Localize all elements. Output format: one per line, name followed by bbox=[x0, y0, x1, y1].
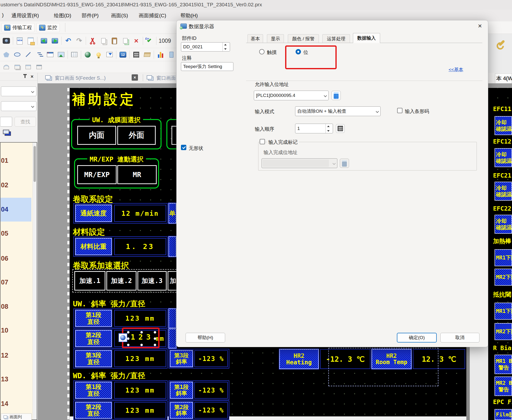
back-to-basic-link[interactable]: <<基本 bbox=[449, 67, 463, 73]
zoom-level-value[interactable]: 1009 bbox=[159, 38, 171, 44]
transfer-project-button[interactable]: ↻ 传输工程 bbox=[1, 23, 34, 32]
screen-list-item[interactable]: 10 bbox=[1, 327, 11, 334]
open-screen-icon[interactable] bbox=[26, 36, 35, 45]
base-screen-tab[interactable]: 本 4(Wind bbox=[495, 73, 512, 83]
hmi-label-hr2-heating[interactable]: HR2Heating bbox=[279, 349, 319, 369]
selection-handle[interactable] bbox=[154, 337, 156, 340]
screen-list-item[interactable]: 14 bbox=[1, 400, 11, 408]
tile-windows-icon[interactable] bbox=[24, 63, 33, 71]
comment-input[interactable]: Teeper張力 Setting bbox=[181, 62, 233, 71]
completion-keypad-button[interactable] bbox=[340, 159, 349, 168]
polyline-tool-icon[interactable] bbox=[35, 50, 43, 59]
error-check-icon[interactable]: Err bbox=[145, 36, 154, 45]
delete-icon[interactable]: × bbox=[132, 36, 141, 45]
hmi-label-stage2-dia[interactable]: 第2段直径 bbox=[75, 330, 112, 347]
hmi-button-partial[interactable] bbox=[171, 126, 176, 145]
barcode-checkbox[interactable] bbox=[397, 108, 402, 113]
hmi-value-wd-stage1-slope[interactable]: -123 % bbox=[194, 382, 228, 399]
screen-type-dropdown[interactable] bbox=[1, 86, 36, 96]
hmi-right-box[interactable]: Film脱 bbox=[495, 409, 512, 420]
hmi-value-stage1-dia[interactable]: 123 mm bbox=[114, 310, 166, 327]
hmi-label-stage3-dia[interactable]: 第3段直径 bbox=[75, 350, 112, 367]
date-display-icon[interactable] bbox=[119, 50, 127, 59]
screen-list-item[interactable]: 02 bbox=[1, 181, 11, 189]
hmi-right-box[interactable]: MR1下限 bbox=[495, 249, 512, 266]
selection-handle[interactable] bbox=[127, 331, 129, 334]
help-button[interactable]: 帮助(H) bbox=[186, 333, 225, 343]
monitor-button[interactable]: ϟ 监控 bbox=[36, 23, 60, 32]
selection-handle[interactable] bbox=[154, 331, 156, 334]
input-mode-combo[interactable]: 自动清除ON + 输入检查 bbox=[295, 106, 381, 116]
screen-list-item[interactable]: 01 bbox=[1, 157, 11, 165]
dialog-close-icon[interactable]: × bbox=[476, 22, 484, 30]
screen-filter-dropdown[interactable] bbox=[1, 101, 36, 111]
previous-screen-icon[interactable] bbox=[40, 36, 48, 45]
order-table-button[interactable] bbox=[336, 124, 345, 133]
cancel-button[interactable]: 取消 bbox=[440, 333, 479, 343]
hmi-partial-box[interactable] bbox=[169, 309, 176, 328]
screen-list-item[interactable]: 13 bbox=[1, 376, 11, 383]
hmi-label-wd-stage1-dia[interactable]: 第1段直径 bbox=[75, 382, 112, 399]
hmi-value-wd-stage1-dia[interactable]: 123 mm bbox=[114, 382, 166, 399]
hmi-value-stage3-dia[interactable]: 123 mm bbox=[114, 350, 166, 367]
screen-list-item[interactable]: 08 bbox=[1, 303, 11, 311]
list-scrollbar[interactable] bbox=[33, 143, 37, 420]
hmi-value-material-density[interactable]: 1. 23 bbox=[114, 238, 166, 255]
selection-handle[interactable] bbox=[140, 331, 143, 334]
hmi-value-paper-speed[interactable]: 12 m/min bbox=[114, 205, 166, 222]
tab-display[interactable]: 显示 bbox=[267, 34, 284, 43]
image-tool-icon[interactable] bbox=[57, 50, 65, 59]
hmi-label-material-density[interactable]: 材料比重 bbox=[75, 238, 112, 255]
hmi-right-label[interactable]: EPC Film bbox=[493, 398, 512, 405]
hmi-right-box[interactable]: MR2下限 bbox=[495, 323, 512, 340]
hmi-label-stage1-dia[interactable]: 第1段直径 bbox=[75, 310, 112, 327]
input-order-spinner[interactable]: 1 bbox=[295, 124, 333, 133]
hmi-partial-box[interactable]: 单 bbox=[169, 203, 176, 223]
new-screen-icon[interactable] bbox=[15, 36, 24, 45]
hmi-button-accel-1[interactable]: 加速.1 bbox=[74, 271, 105, 291]
screen-list-item-selected[interactable]: 04 bbox=[1, 206, 11, 214]
spinner-buttons[interactable] bbox=[325, 124, 331, 133]
hmi-right-box[interactable]: MR1下限 bbox=[495, 303, 512, 320]
hmi-button-accel-2[interactable]: 加速.2 bbox=[106, 271, 137, 291]
menu-item-partial[interactable]: ) bbox=[2, 12, 4, 18]
screen-list-item[interactable]: 05 bbox=[1, 230, 11, 238]
selected-part-icon[interactable] bbox=[119, 333, 127, 342]
table-tool-icon[interactable] bbox=[70, 50, 79, 59]
touch-radio[interactable] bbox=[259, 49, 265, 54]
panel-close-icon[interactable]: × bbox=[31, 74, 34, 79]
cut-icon[interactable] bbox=[88, 36, 97, 45]
hmi-label-stage3-slope[interactable]: 第3段斜率 bbox=[170, 350, 193, 367]
tab-basic[interactable]: 基本 bbox=[247, 34, 263, 43]
keypad-part-icon[interactable] bbox=[132, 50, 141, 59]
scrollbar-thumb[interactable] bbox=[34, 146, 36, 182]
hmi-right-box[interactable]: MR2下限 bbox=[495, 269, 512, 286]
tab-close-icon[interactable]: × bbox=[132, 74, 138, 81]
undo-icon[interactable]: ↶ bbox=[64, 36, 73, 45]
hmi-right-box[interactable]: MR2 Bia警告 bbox=[495, 377, 512, 396]
bar-chart-part-icon[interactable] bbox=[156, 50, 165, 59]
hmi-right-label[interactable]: 加熱棒 bbox=[493, 237, 512, 245]
window-list-icon[interactable] bbox=[35, 63, 43, 71]
hmi-label-wd-stage2-dia[interactable]: 第2段直径 bbox=[75, 402, 112, 419]
line-chart-part-icon[interactable] bbox=[167, 50, 176, 59]
hmi-button-mr[interactable]: MR bbox=[117, 165, 157, 184]
ellipse-tool-icon[interactable] bbox=[13, 50, 22, 59]
completion-address-combo[interactable] bbox=[262, 158, 337, 168]
menu-item-draw[interactable]: 绘图(D) bbox=[54, 12, 71, 19]
screen-list-item[interactable]: 12 bbox=[1, 352, 11, 360]
pin-icon[interactable] bbox=[25, 75, 26, 78]
hmi-value-stage3-slope[interactable]: -123 % bbox=[194, 350, 228, 367]
screen-capture-icon[interactable] bbox=[2, 36, 11, 45]
parts-package-icon[interactable] bbox=[143, 50, 152, 59]
tab-operation[interactable]: 运算处理 bbox=[322, 34, 350, 43]
hmi-right-label[interactable]: EFC11 冷 bbox=[493, 105, 512, 113]
hmi-right-box[interactable]: 冷却確認温度 bbox=[495, 116, 512, 135]
hmi-button-mr-exp[interactable]: MR/EXP bbox=[77, 165, 117, 184]
selection-handle[interactable] bbox=[140, 344, 143, 346]
hmi-label-wd-stage2-slope[interactable]: 第2段斜率 bbox=[170, 402, 193, 419]
line-tool-icon[interactable] bbox=[24, 50, 33, 59]
find-button[interactable]: 查找 bbox=[15, 117, 36, 127]
selection-handle[interactable] bbox=[154, 344, 156, 346]
menu-item-common-settings[interactable]: 通用设置(R) bbox=[11, 12, 39, 19]
